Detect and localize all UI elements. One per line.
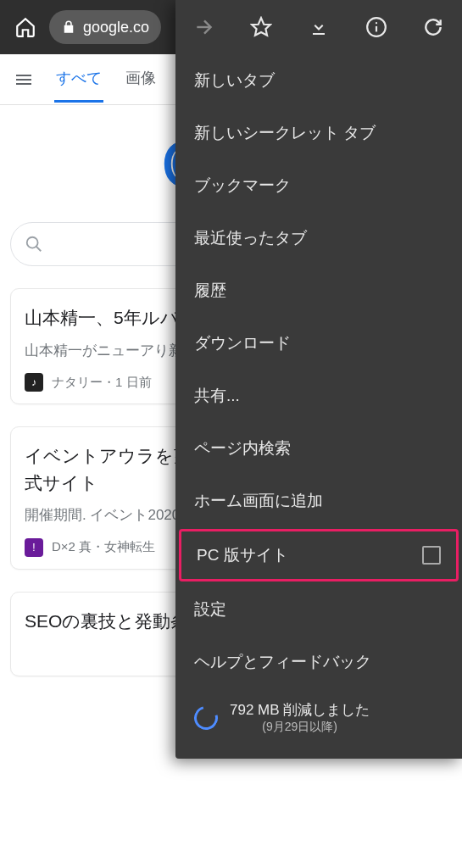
lock-icon <box>61 19 76 35</box>
download-button[interactable] <box>300 8 337 46</box>
menu-desktop-site[interactable]: PC 版サイト <box>179 529 459 581</box>
source-badge: ♪ <box>25 373 43 392</box>
url-bar[interactable]: google.co <box>49 10 161 44</box>
svg-point-0 <box>27 237 38 248</box>
hamburger-icon <box>14 70 34 90</box>
menu-label: ブックマーク <box>194 175 291 197</box>
overflow-menu: 新しいタブ 新しいシークレット タブ ブックマーク 最近使ったタブ 履歴 ダウン… <box>175 0 462 759</box>
svg-line-1 <box>36 247 42 252</box>
menu-label: 設定 <box>194 598 226 620</box>
menu-label: ページ内検索 <box>194 437 291 459</box>
menu-icon-row <box>175 0 462 54</box>
menu-incognito[interactable]: 新しいシークレット タブ <box>175 107 462 159</box>
menu-find-in-page[interactable]: ページ内検索 <box>175 422 462 475</box>
gauge-icon <box>190 701 222 733</box>
home-button[interactable] <box>8 10 42 44</box>
menu-bookmarks[interactable]: ブックマーク <box>175 159 462 212</box>
download-icon <box>309 17 329 37</box>
arrow-right-icon <box>193 16 215 38</box>
info-button[interactable] <box>358 8 395 46</box>
url-text: google.co <box>83 19 149 36</box>
data-saved-since: (9月29日以降) <box>230 720 370 735</box>
menu-help[interactable]: ヘルプとフィードバック <box>175 636 462 688</box>
source-text: D×2 真・女神転生 <box>52 539 155 555</box>
menu-label: ダウンロード <box>194 332 291 354</box>
forward-button[interactable] <box>186 8 223 46</box>
menu-label: ホーム画面に追加 <box>194 490 323 512</box>
svg-marker-3 <box>253 18 271 36</box>
menu-label: PC 版サイト <box>197 544 288 566</box>
menu-new-tab[interactable]: 新しいタブ <box>175 54 462 107</box>
menu-history[interactable]: 履歴 <box>175 264 462 317</box>
desktop-site-checkbox[interactable] <box>422 546 441 565</box>
source-badge: ! <box>25 538 43 557</box>
star-icon <box>250 16 272 38</box>
menu-recent-tabs[interactable]: 最近使ったタブ <box>175 212 462 264</box>
tab-images[interactable]: 画像 <box>124 56 158 103</box>
tab-all[interactable]: すべて <box>54 56 103 103</box>
menu-label: 履歴 <box>194 280 226 302</box>
source-text: ナタリー・1 日前 <box>52 375 152 391</box>
reload-button[interactable] <box>415 8 452 46</box>
menu-settings[interactable]: 設定 <box>175 583 462 636</box>
menu-label: ヘルプとフィードバック <box>194 651 371 673</box>
search-icon <box>25 235 43 253</box>
reload-icon <box>422 16 444 38</box>
data-saver-row[interactable]: 792 MB 削減しました (9月29日以降) <box>175 688 462 750</box>
menu-label: 最近使ったタブ <box>194 227 307 249</box>
menu-share[interactable]: 共有... <box>175 370 462 422</box>
menu-label: 共有... <box>194 385 240 407</box>
svg-point-6 <box>375 22 376 24</box>
menu-downloads[interactable]: ダウンロード <box>175 317 462 370</box>
bookmark-star-button[interactable] <box>242 8 280 46</box>
home-icon <box>14 16 36 38</box>
info-icon <box>365 16 387 38</box>
data-saved-text: 792 MB 削減しました <box>230 700 370 720</box>
menu-add-to-home[interactable]: ホーム画面に追加 <box>175 475 462 527</box>
menu-label: 新しいシークレット タブ <box>194 122 376 144</box>
menu-label: 新しいタブ <box>194 70 275 92</box>
menu-button[interactable] <box>5 61 42 98</box>
